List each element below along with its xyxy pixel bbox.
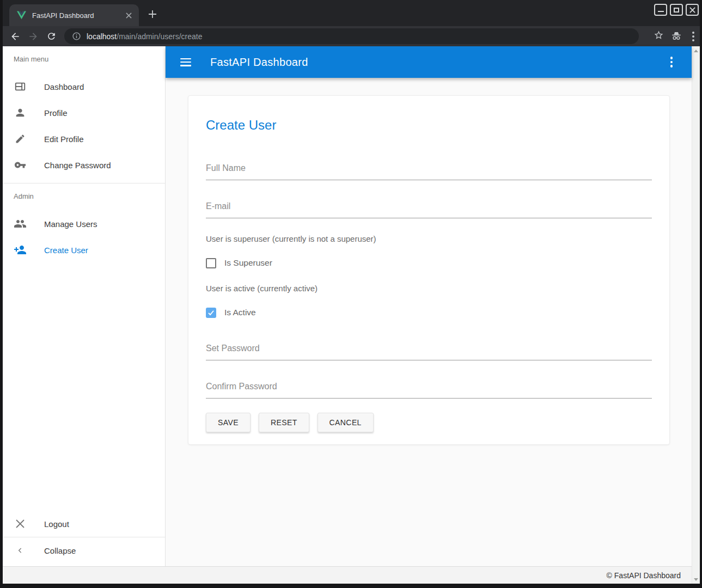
window-minimize-button[interactable] bbox=[654, 4, 667, 16]
sidebar-bottom: Logout Collapse bbox=[3, 511, 165, 566]
sidebar-item-change-password[interactable]: Change Password bbox=[3, 152, 165, 178]
is-superuser-row: Is Superuser bbox=[206, 257, 652, 269]
url-path: /main/admin/users/create bbox=[117, 32, 202, 41]
sidebar-item-label: Dashboard bbox=[44, 82, 84, 91]
sidebar-item-label: Change Password bbox=[44, 161, 111, 170]
cancel-button[interactable]: CANCEL bbox=[318, 413, 374, 432]
url-bar[interactable]: localhost/main/admin/users/create bbox=[64, 28, 639, 44]
main-area: FastAPI Dashboard Create User bbox=[166, 46, 692, 566]
sidebar-section-admin: Admin bbox=[3, 192, 165, 202]
sidebar-divider bbox=[3, 183, 165, 183]
forward-button-icon[interactable] bbox=[25, 28, 41, 45]
dashboard-icon bbox=[14, 80, 27, 93]
sidebar-item-collapse[interactable]: Collapse bbox=[3, 537, 165, 564]
sidebar-item-label: Collapse bbox=[44, 546, 76, 555]
browser-toolbar: localhost/main/admin/users/create bbox=[3, 26, 700, 46]
bookmark-star-icon[interactable] bbox=[654, 30, 664, 42]
tab-title: FastAPI Dashboard bbox=[32, 11, 124, 20]
active-note: User is active (currently active) bbox=[206, 284, 652, 293]
sidebar-item-profile[interactable]: Profile bbox=[3, 100, 165, 126]
person-icon bbox=[14, 106, 27, 119]
close-x-icon bbox=[14, 517, 27, 530]
new-tab-button[interactable] bbox=[145, 7, 160, 21]
url-host: localhost bbox=[87, 32, 117, 41]
sidebar-item-label: Edit Profile bbox=[44, 134, 84, 144]
vertical-scrollbar[interactable] bbox=[692, 46, 700, 584]
app-bar: FastAPI Dashboard bbox=[166, 46, 692, 78]
set-password-field bbox=[206, 344, 652, 360]
sidebar-item-manage-users[interactable]: Manage Users bbox=[3, 211, 165, 237]
incognito-icon bbox=[670, 30, 682, 43]
sidebar-item-label: Profile bbox=[44, 108, 68, 118]
window-maximize-button[interactable] bbox=[670, 4, 683, 16]
email-input[interactable] bbox=[206, 201, 652, 218]
chevron-left-icon bbox=[14, 544, 27, 557]
page-footer: © FastAPI Dashboard bbox=[3, 566, 692, 584]
window-close-button[interactable] bbox=[686, 4, 699, 16]
url-text: localhost/main/admin/users/create bbox=[87, 32, 202, 41]
sidebar-section-main-menu: Main menu bbox=[3, 55, 165, 65]
content-area: Create User User is superuser (currently… bbox=[166, 78, 692, 566]
appbar-kebab-icon[interactable] bbox=[667, 56, 676, 69]
sidebar-item-dashboard[interactable]: Dashboard bbox=[3, 74, 165, 100]
full-name-field bbox=[206, 163, 652, 180]
confirm-password-field bbox=[206, 382, 652, 399]
site-info-icon[interactable] bbox=[72, 32, 81, 41]
sidebar-admin-items: Manage Users Create User bbox=[3, 211, 165, 263]
vue-logo-icon bbox=[17, 11, 26, 20]
sidebar-item-label: Logout bbox=[44, 519, 69, 529]
person-add-icon bbox=[14, 243, 27, 256]
footer-copyright: © FastAPI Dashboard bbox=[607, 571, 681, 580]
tab-close-icon[interactable] bbox=[124, 10, 133, 20]
form-buttons: SAVE RESET CANCEL bbox=[206, 413, 652, 432]
people-icon bbox=[14, 217, 27, 230]
confirm-password-input[interactable] bbox=[206, 382, 652, 399]
back-button-icon[interactable] bbox=[7, 28, 23, 45]
is-superuser-checkbox[interactable] bbox=[206, 258, 216, 268]
sidebar-item-label: Manage Users bbox=[44, 219, 97, 229]
appbar-title: FastAPI Dashboard bbox=[210, 56, 308, 69]
scrollbar-down-icon[interactable] bbox=[692, 575, 700, 583]
pencil-icon bbox=[14, 132, 27, 145]
sidebar-item-edit-profile[interactable]: Edit Profile bbox=[3, 126, 165, 152]
sidebar-main-items: Dashboard Profile Edit Pro bbox=[3, 74, 165, 178]
set-password-input[interactable] bbox=[206, 344, 652, 360]
page-viewport: Main menu Dashboard bbox=[3, 46, 700, 584]
sidebar-item-label: Create User bbox=[44, 246, 88, 255]
is-superuser-label: Is Superuser bbox=[224, 258, 272, 268]
reload-button-icon[interactable] bbox=[43, 28, 59, 45]
browser-tab-bar: FastAPI Dashboard bbox=[3, 0, 700, 26]
superuser-note: User is superuser (currently is not a su… bbox=[206, 234, 652, 243]
sidebar: Main menu Dashboard bbox=[3, 46, 166, 566]
browser-window: FastAPI Dashboard bbox=[0, 0, 702, 588]
browser-menu-kebab-icon[interactable] bbox=[689, 32, 698, 41]
window-controls bbox=[654, 4, 699, 16]
is-active-label: Is Active bbox=[224, 308, 256, 317]
is-active-row: Is Active bbox=[206, 307, 652, 318]
toolbar-right-icons bbox=[654, 30, 698, 43]
page-title: Create User bbox=[206, 96, 652, 133]
full-name-input[interactable] bbox=[206, 163, 652, 180]
reset-button[interactable]: RESET bbox=[259, 413, 309, 432]
sidebar-item-create-user[interactable]: Create User bbox=[3, 237, 165, 263]
key-icon bbox=[14, 158, 27, 171]
email-field bbox=[206, 201, 652, 218]
browser-tab[interactable]: FastAPI Dashboard bbox=[9, 4, 139, 26]
save-button[interactable]: SAVE bbox=[206, 413, 251, 432]
create-user-card: Create User User is superuser (currently… bbox=[188, 95, 670, 445]
scrollbar-up-icon[interactable] bbox=[692, 47, 700, 54]
hamburger-menu-icon[interactable] bbox=[180, 58, 191, 66]
sidebar-item-logout[interactable]: Logout bbox=[3, 511, 165, 537]
is-active-checkbox[interactable] bbox=[206, 308, 216, 318]
